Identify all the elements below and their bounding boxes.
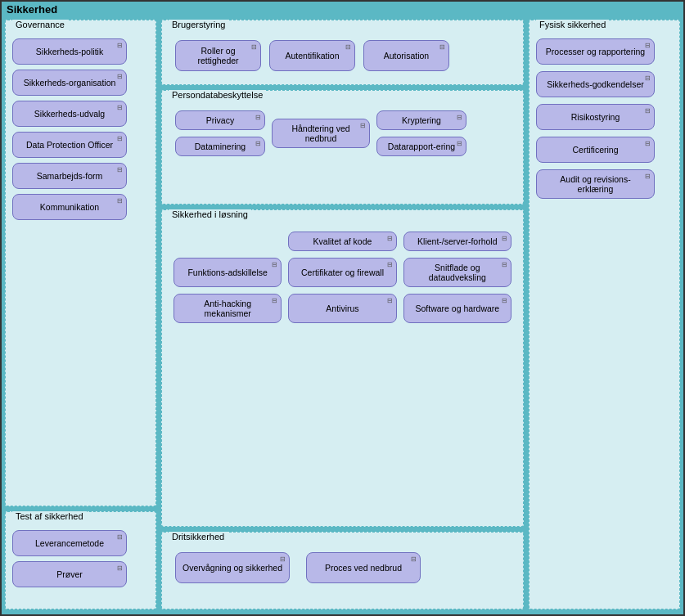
node-icon: ⊟ <box>345 43 351 51</box>
node-label: Funktions-adskillelse <box>187 268 267 277</box>
node-overvagning-og-sikkerhed[interactable]: Overvågning og sikkerhed ⊟ <box>175 552 290 583</box>
node-icon: ⊟ <box>457 114 462 121</box>
node-sikkerheds-organisation[interactable]: Sikkerheds-organisation ⊟ <box>12 70 127 96</box>
test-panel: Test af sikkerhed Leverancemetode ⊟ Prøv… <box>5 511 156 609</box>
node-sikkerheds-godkendelser[interactable]: Sikkerheds-godkendelser ⊟ <box>536 71 655 97</box>
node-label: Overvågning og sikkerhed <box>183 563 282 573</box>
main-title: Sikkerhed <box>2 2 62 17</box>
middle-column: Brugerstyring Roller og rettigheder ⊟ Au… <box>161 20 524 609</box>
node-icon: ⊟ <box>117 73 123 80</box>
node-icon: ⊟ <box>117 533 123 541</box>
node-label: Data Protection Officer <box>26 140 113 150</box>
fysisk-sikkerhed-panel: Fysisk sikkerhed Processer og rapporteri… <box>529 20 680 609</box>
node-leverancemetode[interactable]: Leverancemetode ⊟ <box>12 530 127 556</box>
node-snitflade-og-dataudveksling[interactable]: Snitflade og dataudveksling ⊟ <box>403 258 511 287</box>
node-label: Software og hardware <box>415 304 499 313</box>
node-icon: ⊟ <box>502 235 507 242</box>
left-column: Governance Sikkerheds-politik ⊟ Sikkerhe… <box>5 20 156 609</box>
node-roller-og-rettigheder[interactable]: Roller og rettigheder ⊟ <box>175 40 261 71</box>
node-antivirus[interactable]: Antivirus ⊟ <box>288 294 396 323</box>
governance-panel: Governance Sikkerheds-politik ⊟ Sikkerhe… <box>5 20 156 506</box>
node-icon: ⊟ <box>387 235 393 242</box>
node-certificering[interactable]: Certificering ⊟ <box>536 137 655 163</box>
node-samarbejds-form[interactable]: Samarbejds-form ⊟ <box>12 163 127 189</box>
node-label: Anti-hacking mekanismer <box>181 299 274 318</box>
node-icon: ⊟ <box>117 564 123 572</box>
node-sikkerheds-udvalg[interactable]: Sikkerheds-udvalg ⊟ <box>12 101 127 127</box>
node-funktions-adskillelse[interactable]: Funktions-adskillelse ⊟ <box>174 258 282 287</box>
node-datarapportering[interactable]: Datarapport-ering ⊟ <box>376 137 466 156</box>
node-label: Privacy <box>206 115 234 125</box>
node-privacy[interactable]: Privacy ⊟ <box>175 110 265 130</box>
node-certifikater-og-firewall[interactable]: Certifikater og firewall ⊟ <box>288 258 396 287</box>
node-label: Antivirus <box>326 304 358 313</box>
content-area: Governance Sikkerheds-politik ⊟ Sikkerhe… <box>5 20 680 609</box>
node-klient-server-forhold[interactable]: Klient-/server-forhold ⊟ <box>403 232 511 251</box>
node-label: Kvalitet af kode <box>313 236 372 246</box>
node-label: Sikkerheds-godkendelser <box>547 79 643 89</box>
sil-nodes: Kvalitet af kode ⊟ Klient-/server-forhol… <box>167 227 518 328</box>
node-label: Certificering <box>572 145 618 155</box>
node-autentifikation[interactable]: Autentifikation ⊟ <box>269 40 355 71</box>
right-nodes: Processer og rapportering ⊟ Sikkerheds-g… <box>534 37 674 200</box>
node-icon: ⊟ <box>411 555 417 563</box>
node-icon: ⊟ <box>645 107 651 115</box>
node-label: Snitflade og dataudveksling <box>411 263 504 282</box>
node-icon: ⊟ <box>280 555 286 563</box>
dritsikkerhed-title: Dritsikkerhed <box>169 532 228 542</box>
node-kommunikation[interactable]: Kommunikation ⊟ <box>12 194 127 220</box>
node-label: Sikkerheds-politik <box>36 47 103 56</box>
node-icon: ⊟ <box>272 261 277 268</box>
node-label: Dataminering <box>195 142 246 151</box>
node-kvalitet-af-kode[interactable]: Kvalitet af kode ⊟ <box>288 232 396 251</box>
right-column: Fysisk sikkerhed Processer og rapporteri… <box>529 20 680 609</box>
persondatabeskyttelse-panel: Persondatabeskyttelse Privacy ⊟ Håndteri… <box>161 90 524 205</box>
node-software-og-hardware[interactable]: Software og hardware ⊟ <box>403 294 511 323</box>
node-label: Sikkerheds-organisation <box>24 78 116 88</box>
node-label: Kommunikation <box>40 202 99 212</box>
node-data-protection-officer[interactable]: Data Protection Officer ⊟ <box>12 132 127 158</box>
node-icon: ⊟ <box>255 114 261 121</box>
node-icon: ⊟ <box>502 261 507 268</box>
fysisk-sikkerhed-title: Fysisk sikkerhed <box>536 20 609 29</box>
node-label: Roller og rettigheder <box>183 46 254 65</box>
node-autorisation[interactable]: Autorisation ⊟ <box>363 40 449 71</box>
persondatabeskyttelse-nodes: Privacy ⊟ Håndtering ved nedbrud ⊟ Krypt… <box>167 107 518 160</box>
node-icon: ⊟ <box>251 43 257 51</box>
node-sikkerheds-politik[interactable]: Sikkerheds-politik ⊟ <box>12 38 127 65</box>
governance-nodes: Sikkerheds-politik ⊟ Sikkerheds-organisa… <box>11 37 151 222</box>
node-processer-og-rapportering[interactable]: Processer og rapportering ⊟ <box>536 38 655 65</box>
node-label: Risikostyring <box>571 112 620 122</box>
test-nodes: Leverancemetode ⊟ Prøver ⊟ <box>11 528 151 589</box>
node-icon: ⊟ <box>360 122 366 129</box>
node-icon: ⊟ <box>387 297 393 304</box>
node-prover[interactable]: Prøver ⊟ <box>12 561 127 587</box>
node-icon: ⊟ <box>645 74 651 82</box>
main-container: Sikkerhed Governance Sikkerheds-politik … <box>0 0 685 616</box>
node-proces-ved-nedbrud[interactable]: Proces ved nedbrud ⊟ <box>306 552 421 583</box>
node-icon: ⊟ <box>439 43 445 51</box>
brugerstyring-title: Brugerstyring <box>169 20 228 29</box>
node-icon: ⊟ <box>502 297 507 304</box>
node-icon: ⊟ <box>117 104 123 111</box>
node-audit-og-revisionserklaring[interactable]: Audit og revisions-erklæring ⊟ <box>536 169 655 199</box>
node-icon: ⊟ <box>255 140 261 147</box>
node-handtering-ved-nedbrud[interactable]: Håndtering ved nedbrud ⊟ <box>272 119 370 148</box>
node-dataminering[interactable]: Dataminering ⊟ <box>175 137 265 156</box>
node-label: Samarbejds-form <box>37 171 103 181</box>
node-label: Prøver <box>56 569 83 579</box>
node-icon: ⊟ <box>645 140 651 147</box>
node-icon: ⊟ <box>117 166 123 173</box>
node-label: Certifikater og firewall <box>301 268 384 277</box>
brugerstyring-nodes: Roller og rettigheder ⊟ Autentifikation … <box>167 37 518 74</box>
node-anti-hacking-mekanismer[interactable]: Anti-hacking mekanismer ⊟ <box>174 294 282 323</box>
sikkerhed-i-losning-title: Sikkerhed i løsning <box>169 209 251 219</box>
node-label: Sikkerheds-udvalg <box>34 109 105 119</box>
node-icon: ⊟ <box>117 42 123 49</box>
node-icon: ⊟ <box>117 135 123 142</box>
dritsikkerhed-panel: Dritsikkerhed Overvågning og sikkerhed ⊟… <box>161 532 524 609</box>
node-icon: ⊟ <box>645 42 651 49</box>
node-risikostyring[interactable]: Risikostyring ⊟ <box>536 104 655 130</box>
node-kryptering[interactable]: Kryptering ⊟ <box>376 110 466 130</box>
node-label: Processer og rapportering <box>546 47 645 56</box>
